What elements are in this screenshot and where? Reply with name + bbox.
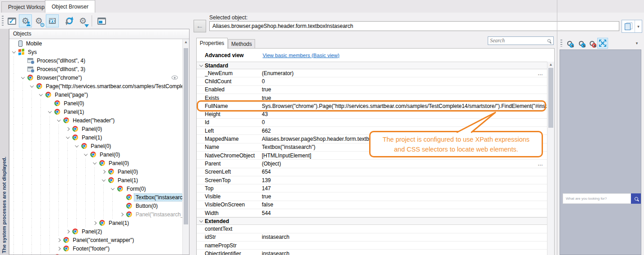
highlight-object-button[interactable]: ✓ — [5, 14, 18, 27]
scroll-up-icon[interactable]: ▲ — [547, 62, 554, 68]
fit-to-window-button[interactable] — [597, 38, 608, 49]
view-object-button[interactable] — [46, 14, 59, 27]
property-row[interactable]: Existstrue — [197, 94, 547, 102]
preview-dropdown-button[interactable]: ▾ — [631, 38, 642, 49]
tab-properties[interactable]: Properties — [196, 38, 228, 49]
tree-item[interactable]: Button(0) — [9, 201, 182, 210]
expander-icon[interactable] — [27, 82, 36, 90]
zoom-reset-button[interactable]: × — [587, 38, 597, 49]
section-header[interactable]: Standard — [197, 62, 547, 69]
property-row[interactable]: ScreenLeft654 — [197, 168, 547, 176]
expander-icon[interactable] — [99, 176, 108, 184]
copy-dropdown-button[interactable]: ▾ — [635, 20, 642, 32]
chrome-icon — [27, 75, 33, 81]
tree-item[interactable]: Panel(1) — [9, 176, 182, 184]
tree-item[interactable]: Header("header") — [9, 116, 182, 125]
preview-toolbar-grip[interactable] — [560, 40, 562, 47]
property-row[interactable]: ObjectIdentifierinstasearch — [197, 250, 547, 255]
member-search-input[interactable] — [488, 37, 547, 44]
expander-icon[interactable] — [99, 167, 108, 176]
scroll-up-icon[interactable]: ▲ — [183, 39, 189, 45]
property-row[interactable]: contentText — [197, 225, 547, 233]
chevron-down-icon — [48, 109, 52, 113]
copy-button[interactable] — [622, 20, 635, 32]
expander-icon[interactable] — [108, 184, 117, 193]
expander-icon[interactable] — [63, 125, 72, 133]
expander-icon[interactable] — [36, 90, 45, 99]
zoom-in-button[interactable]: + — [564, 38, 575, 49]
expander-icon[interactable] — [63, 227, 72, 236]
tree-item[interactable]: Footer("footer") — [9, 244, 182, 253]
properties-scrollbar[interactable]: ▲ — [547, 62, 554, 255]
tree-item[interactable]: Panel("content_wrapper") — [9, 236, 182, 244]
tree-item[interactable]: Mobile — [9, 39, 182, 48]
tree-item[interactable]: Panel("page") — [9, 90, 182, 99]
tree-item[interactable]: Process("dllhost", 4) — [9, 56, 182, 65]
expander-icon[interactable] — [18, 73, 27, 82]
expander-icon[interactable] — [90, 159, 99, 167]
property-row[interactable]: _NewEnum(Enumerator)… — [197, 69, 547, 77]
back-button[interactable]: ← — [194, 20, 206, 32]
property-row[interactable]: FullNameSys.Browser("chrome").Page("http… — [197, 102, 547, 110]
property-row[interactable]: ScreenTop139 — [197, 176, 547, 184]
tree-item[interactable] — [9, 253, 182, 255]
expander-icon[interactable] — [117, 210, 126, 219]
property-row[interactable]: VisibleOnScreenfalse — [197, 201, 547, 209]
panel-divider[interactable] — [557, 0, 557, 255]
property-row[interactable]: Width544 — [197, 209, 547, 217]
panel-layout-button[interactable] — [95, 14, 108, 27]
toolbar-grip[interactable] — [2, 16, 4, 26]
property-row[interactable]: Top147 — [197, 184, 547, 192]
process-options-button[interactable]: ⚙⚙ — [32, 14, 45, 27]
expander-icon[interactable] — [54, 244, 63, 253]
zoom-out-button[interactable]: − — [576, 38, 587, 49]
tree-item[interactable]: Panel("instasearch_drop — [9, 210, 182, 219]
property-row[interactable]: Parent(Object)… — [197, 160, 547, 168]
tree-item[interactable]: Sys — [9, 48, 182, 56]
tree-item[interactable]: Panel(0) — [9, 125, 182, 133]
tree-scrollbar[interactable]: ▲ — [182, 39, 189, 255]
tab-methods[interactable]: Methods — [228, 39, 255, 49]
tree-guide — [9, 73, 18, 82]
tree-item[interactable]: Page("http://services.smartbear.com/samp… — [9, 82, 182, 90]
expander-icon[interactable] — [45, 107, 54, 116]
property-row[interactable]: Visibletrue — [197, 192, 547, 201]
property-row[interactable]: idStrinstasearch — [197, 233, 547, 242]
expander-icon[interactable] — [54, 116, 63, 125]
expander-icon[interactable] — [90, 219, 99, 227]
tree-item[interactable]: Panel(1) — [9, 219, 182, 227]
section-header[interactable]: Extended — [197, 217, 547, 225]
tree-item[interactable]: Panel(1) — [9, 133, 182, 142]
expander-icon[interactable] — [9, 48, 18, 56]
tree-item[interactable]: Panel(0) — [9, 142, 182, 150]
expander-icon[interactable] — [63, 133, 72, 142]
show-process-tree-button[interactable]: ⚙ — [19, 14, 32, 27]
tree-item[interactable]: Panel(0) — [9, 99, 182, 107]
search-icon[interactable] — [547, 39, 551, 42]
tree-item[interactable]: Panel(2) — [9, 227, 182, 236]
filter-button[interactable]: ⚙ — [76, 14, 89, 27]
tab-object-browser[interactable]: Object Browser — [45, 0, 95, 13]
tree-item[interactable]: Textbox("instasearch") — [9, 193, 182, 201]
expander-icon[interactable] — [54, 236, 63, 244]
highlight-on-screen-eye-icon[interactable] — [172, 76, 178, 80]
tree-item[interactable]: Panel(0) — [9, 150, 182, 159]
ellipsis-button[interactable]: … — [538, 70, 543, 76]
ellipsis-button[interactable]: … — [538, 161, 543, 167]
basic-view-link[interactable]: View basic members (Basic view) — [263, 53, 340, 58]
property-row[interactable]: namePropStr — [197, 242, 547, 250]
tree-item[interactable]: Panel(0) — [9, 167, 182, 176]
tree-item[interactable]: Process("dllhost", 3) — [9, 65, 182, 73]
tree-item[interactable]: Panel(0) — [9, 159, 182, 167]
tree-scrollbar-thumb[interactable] — [184, 48, 188, 224]
tree-item[interactable]: Panel(1) — [9, 107, 182, 116]
property-row[interactable]: Enabledtrue — [197, 86, 547, 94]
selected-object-input[interactable] — [209, 21, 619, 31]
properties-scrollbar-thumb[interactable] — [548, 68, 553, 128]
tree-item[interactable]: Browser("chrome") — [9, 73, 182, 82]
tree-item[interactable]: Form(0) — [9, 184, 182, 193]
expander-icon[interactable] — [81, 150, 90, 159]
property-row[interactable]: ChildCount0 — [197, 77, 547, 85]
refresh-button[interactable] — [63, 14, 76, 27]
expander-icon[interactable] — [72, 142, 81, 150]
